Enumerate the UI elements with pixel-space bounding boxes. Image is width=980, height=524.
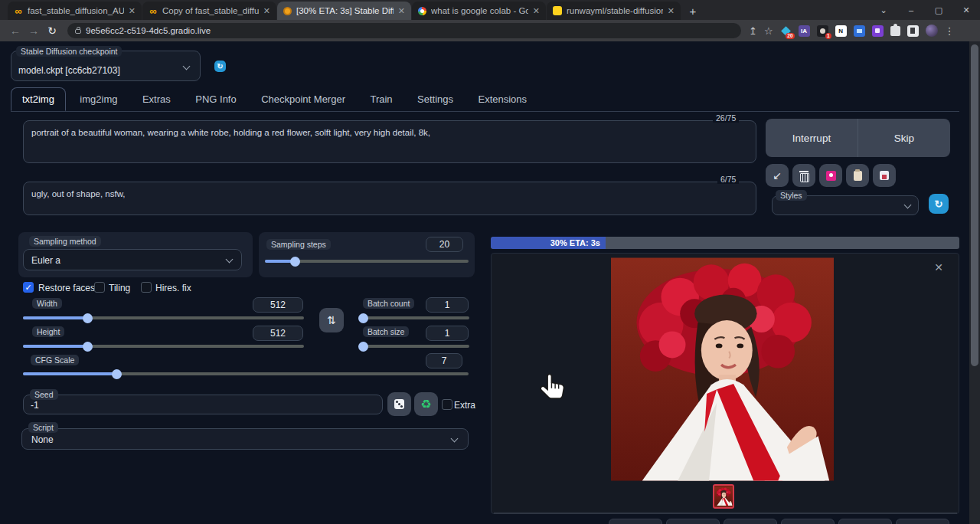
extension-ia-icon[interactable]: IA xyxy=(799,25,810,37)
profile-avatar[interactable] xyxy=(926,25,938,37)
hires-fix-checkbox[interactable] xyxy=(141,282,152,293)
extension-purple-icon[interactable] xyxy=(872,25,884,37)
cfg-scale-slider[interactable] xyxy=(23,372,469,375)
random-seed-button[interactable] xyxy=(387,392,411,416)
tab-train[interactable]: Train xyxy=(359,88,403,110)
interrupt-button[interactable]: Interrupt xyxy=(766,119,858,157)
browser-tab-huggingface[interactable]: runwayml/stable-diffusion-v1 ✕ xyxy=(547,2,681,20)
save-style-button[interactable] xyxy=(873,164,896,187)
hires-fix-label: Hires. fix xyxy=(155,283,191,293)
slider-thumb[interactable] xyxy=(83,313,93,323)
negative-prompt-textarea[interactable]: ugly, out of shape, nsfw, xyxy=(23,182,756,215)
sampling-method-block: Sampling method Euler a xyxy=(18,232,253,277)
checkpoint-refresh-button[interactable]: ↻ xyxy=(214,61,226,72)
prompt-textarea[interactable]: portrait of a beautiful woman, wearing a… xyxy=(23,120,756,163)
output-button-stub[interactable] xyxy=(666,519,720,524)
batch-size-value[interactable]: 1 xyxy=(426,326,469,341)
extensions-puzzle-icon[interactable] xyxy=(890,26,900,36)
batch-count-value[interactable]: 1 xyxy=(426,297,469,313)
browser-tab-colab-1[interactable]: ∞ fast_stable_diffusion_AUTOMA ✕ xyxy=(8,2,142,20)
bookmark-star-icon[interactable]: ☆ xyxy=(764,25,773,37)
tab-png-info[interactable]: PNG Info xyxy=(185,88,247,110)
close-preview-icon[interactable]: ✕ xyxy=(934,261,943,273)
height-value[interactable]: 512 xyxy=(253,326,303,341)
output-button-stub[interactable] xyxy=(781,519,835,524)
extension-notion-icon[interactable]: N xyxy=(835,25,847,37)
kebab-menu-icon[interactable]: ⋮ xyxy=(945,25,955,37)
tab-img2img[interactable]: img2img xyxy=(69,88,128,110)
tab-settings[interactable]: Settings xyxy=(407,88,464,110)
output-buttons-row xyxy=(609,519,949,524)
checkpoint-dropdown[interactable]: Stable Diffusion checkpoint model.ckpt [… xyxy=(11,51,201,81)
width-label: Width xyxy=(32,298,62,309)
tab-close-icon[interactable]: ✕ xyxy=(533,6,540,16)
browser-tab-stable-diffusion[interactable]: [30% ETA: 3s] Stable Diffusion ✕ xyxy=(277,2,411,20)
extension-sidebar-icon[interactable] xyxy=(907,25,919,37)
tab-close-icon[interactable]: ✕ xyxy=(263,6,270,16)
swap-dimensions-button[interactable]: ⇅ xyxy=(319,308,344,332)
tab-close-icon[interactable]: ✕ xyxy=(398,6,405,16)
styles-refresh-button[interactable]: ↻ xyxy=(929,194,949,214)
tab-checkpoint-merger[interactable]: Checkpoint Merger xyxy=(250,88,356,110)
page-scrollbar[interactable] xyxy=(969,41,980,524)
tab-search-icon[interactable]: ⌄ xyxy=(870,5,897,15)
gallery-divider xyxy=(494,513,957,514)
tab-extensions[interactable]: Extensions xyxy=(467,88,537,110)
scrollbar-thumb[interactable] xyxy=(971,44,978,366)
output-button-stub[interactable] xyxy=(896,519,949,524)
colab-icon: ∞ xyxy=(14,6,23,15)
sampling-method-dropdown[interactable]: Euler a xyxy=(23,249,242,270)
tab-close-icon[interactable]: ✕ xyxy=(668,6,675,16)
paste-generation-params-button[interactable]: ↙ xyxy=(766,164,789,187)
slider-thumb[interactable] xyxy=(358,342,368,352)
skip-button[interactable]: Skip xyxy=(858,119,950,157)
reload-icon[interactable]: ↻ xyxy=(43,25,61,37)
close-window-button[interactable]: ✕ xyxy=(952,5,980,15)
share-icon[interactable]: ↥ xyxy=(749,25,757,37)
minimize-button[interactable]: – xyxy=(897,5,925,15)
width-value[interactable]: 512 xyxy=(253,297,303,313)
slider-thumb[interactable] xyxy=(112,369,122,379)
slider-thumb[interactable] xyxy=(358,313,368,323)
slider-thumb[interactable] xyxy=(83,342,93,352)
output-button-stub[interactable] xyxy=(838,519,892,524)
tab-txt2img[interactable]: txt2img xyxy=(11,87,66,111)
browser-tab-colab-2[interactable]: ∞ Copy of fast_stable_diffusion_ ✕ xyxy=(142,2,276,20)
tab-close-icon[interactable]: ✕ xyxy=(129,6,136,16)
restore-faces-checkbox[interactable]: ✓ xyxy=(23,282,34,293)
tab-extras[interactable]: Extras xyxy=(132,88,181,110)
url-bar[interactable]: 9e5e6cc2-c519-4dc5.gradio.live xyxy=(67,23,741,38)
script-dropdown[interactable]: Script None xyxy=(21,428,469,450)
sampling-steps-slider[interactable] xyxy=(265,260,469,263)
output-button-stub[interactable] xyxy=(609,519,662,524)
generated-image-preview[interactable] xyxy=(611,257,834,481)
extra-seed-checkbox[interactable] xyxy=(442,399,452,410)
batch-count-slider[interactable] xyxy=(358,316,469,319)
new-tab-button[interactable]: + xyxy=(684,2,702,20)
forward-icon[interactable]: → xyxy=(24,25,43,37)
output-button-stub[interactable] xyxy=(724,519,777,524)
tiling-checkbox[interactable] xyxy=(94,282,105,293)
browser-navbar: ← → ↻ 9e5e6cc2-c519-4dc5.gradio.live ↥ ☆… xyxy=(0,20,980,41)
styles-dropdown[interactable]: Styles xyxy=(772,195,919,215)
extension-face-icon[interactable]: 1 xyxy=(817,25,828,37)
maximize-button[interactable]: ▢ xyxy=(925,5,952,15)
height-slider[interactable] xyxy=(23,345,304,348)
tab-title: what is google colab - Googl xyxy=(431,6,528,15)
seed-input[interactable]: Seed -1 xyxy=(23,395,383,414)
back-icon[interactable]: ← xyxy=(6,25,24,37)
extension-pin-icon[interactable]: 20 xyxy=(780,25,792,37)
apply-style-button[interactable] xyxy=(846,164,869,187)
batch-size-slider[interactable] xyxy=(358,345,469,348)
sampling-steps-value[interactable]: 20 xyxy=(426,237,463,252)
gallery-thumbnail[interactable] xyxy=(713,484,734,509)
clear-prompt-button[interactable] xyxy=(792,164,815,187)
width-slider[interactable] xyxy=(23,316,304,319)
extension-blue-icon[interactable] xyxy=(854,25,865,37)
reuse-seed-button[interactable]: ♻ xyxy=(414,392,438,416)
slider-thumb[interactable] xyxy=(290,257,300,267)
cfg-scale-value[interactable]: 7 xyxy=(426,353,462,368)
browser-tab-google-search[interactable]: what is google colab - Googl ✕ xyxy=(412,2,546,20)
extra-networks-button[interactable] xyxy=(819,164,842,187)
colab-icon: ∞ xyxy=(149,6,158,15)
